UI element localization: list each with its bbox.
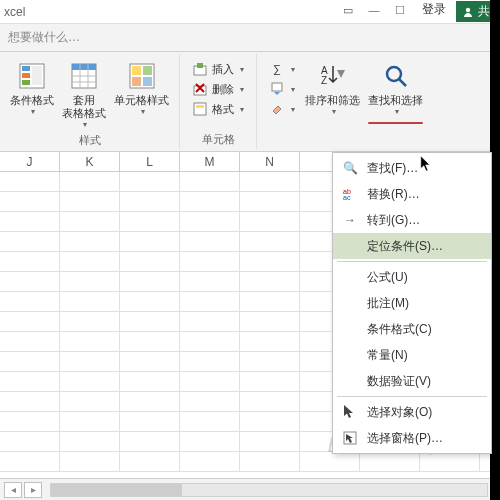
grid-cell[interactable]	[120, 312, 180, 331]
grid-cell[interactable]	[60, 412, 120, 431]
menu-replace[interactable]: abac替换(R)…	[333, 181, 491, 207]
grid-cell[interactable]	[240, 232, 300, 251]
grid-cell[interactable]	[300, 452, 360, 471]
grid-cell[interactable]	[240, 432, 300, 451]
grid-cell[interactable]	[240, 252, 300, 271]
grid-cell[interactable]	[180, 432, 240, 451]
menu-goto[interactable]: →转到(G)…	[333, 207, 491, 233]
grid-cell[interactable]	[0, 272, 60, 291]
col-header[interactable]: K	[60, 152, 120, 171]
grid-cell[interactable]	[120, 272, 180, 291]
grid-cell[interactable]	[0, 392, 60, 411]
grid-cell[interactable]	[120, 292, 180, 311]
sheet-prev-button[interactable]: ◂	[4, 482, 22, 498]
grid-cell[interactable]	[180, 292, 240, 311]
grid-cell[interactable]	[180, 392, 240, 411]
grid-cell[interactable]	[0, 192, 60, 211]
format-button[interactable]: 格式▾	[188, 100, 248, 118]
grid-cell[interactable]	[60, 372, 120, 391]
grid-cell[interactable]	[0, 252, 60, 271]
menu-constants[interactable]: 常量(N)	[333, 342, 491, 368]
grid-cell[interactable]	[240, 352, 300, 371]
grid-cell[interactable]	[60, 352, 120, 371]
grid-cell[interactable]	[0, 452, 60, 471]
grid-cell[interactable]	[60, 232, 120, 251]
tell-me-bar[interactable]: 想要做什么…	[0, 24, 500, 52]
grid-cell[interactable]	[0, 412, 60, 431]
delete-button[interactable]: 删除▾	[188, 80, 248, 98]
ribbon-options-icon[interactable]: ▭	[336, 1, 360, 19]
grid-cell[interactable]	[60, 312, 120, 331]
grid-cell[interactable]	[60, 272, 120, 291]
grid-cell[interactable]	[60, 252, 120, 271]
grid-cell[interactable]	[120, 252, 180, 271]
fill-button[interactable]: ▾	[265, 80, 299, 98]
grid-cell[interactable]	[120, 432, 180, 451]
horizontal-scrollbar[interactable]	[50, 483, 488, 497]
grid-cell[interactable]	[120, 332, 180, 351]
grid-cell[interactable]	[120, 412, 180, 431]
grid-cell[interactable]	[60, 452, 120, 471]
grid-cell[interactable]	[0, 292, 60, 311]
insert-button[interactable]: 插入▾	[188, 60, 248, 78]
menu-find[interactable]: 🔍查找(F)…	[333, 155, 491, 181]
scrollbar-thumb[interactable]	[51, 484, 182, 496]
grid-cell[interactable]	[180, 372, 240, 391]
grid-cell[interactable]	[120, 392, 180, 411]
grid-cell[interactable]	[240, 212, 300, 231]
grid-cell[interactable]	[0, 352, 60, 371]
grid-cell[interactable]	[240, 372, 300, 391]
menu-selection-pane[interactable]: 选择窗格(P)…	[333, 425, 491, 451]
grid-cell[interactable]	[240, 452, 300, 471]
grid-cell[interactable]	[120, 352, 180, 371]
autosum-button[interactable]: ∑▾	[265, 60, 299, 78]
grid-cell[interactable]	[180, 192, 240, 211]
grid-cell[interactable]	[360, 452, 420, 471]
grid-cell[interactable]	[180, 452, 240, 471]
col-header[interactable]: J	[0, 152, 60, 171]
grid-cell[interactable]	[180, 412, 240, 431]
col-header[interactable]: M	[180, 152, 240, 171]
grid-cell[interactable]	[420, 452, 480, 471]
grid-cell[interactable]	[180, 312, 240, 331]
menu-goto-special[interactable]: 定位条件(S)…	[333, 233, 491, 259]
col-header[interactable]: N	[240, 152, 300, 171]
maximize-icon[interactable]: ☐	[388, 1, 412, 19]
sort-filter-button[interactable]: AZ 排序和筛选 ▾	[301, 58, 364, 118]
menu-formulas[interactable]: 公式(U)	[333, 264, 491, 290]
sheet-next-button[interactable]: ▸	[24, 482, 42, 498]
grid-cell[interactable]	[120, 452, 180, 471]
grid-cell[interactable]	[180, 172, 240, 191]
cell-styles-button[interactable]: 单元格样式 ▾	[110, 58, 173, 118]
grid-cell[interactable]	[0, 212, 60, 231]
minimize-icon[interactable]: ―	[362, 1, 386, 19]
grid-cell[interactable]	[240, 172, 300, 191]
menu-data-validation[interactable]: 数据验证(V)	[333, 368, 491, 394]
menu-select-objects[interactable]: 选择对象(O)	[333, 399, 491, 425]
grid-cell[interactable]	[180, 272, 240, 291]
conditional-formatting-button[interactable]: 条件格式 ▾	[6, 58, 58, 118]
grid-cell[interactable]	[180, 332, 240, 351]
grid-cell[interactable]	[240, 312, 300, 331]
grid-cell[interactable]	[240, 332, 300, 351]
grid-cell[interactable]	[180, 212, 240, 231]
login-button[interactable]: 登录	[414, 1, 454, 22]
grid-cell[interactable]	[0, 372, 60, 391]
grid-cell[interactable]	[180, 352, 240, 371]
grid-cell[interactable]	[60, 212, 120, 231]
grid-cell[interactable]	[60, 432, 120, 451]
find-select-button[interactable]: 查找和选择 ▾	[364, 58, 427, 118]
grid-cell[interactable]	[60, 332, 120, 351]
grid-cell[interactable]	[240, 192, 300, 211]
grid-cell[interactable]	[60, 172, 120, 191]
grid-cell[interactable]	[60, 192, 120, 211]
grid-cell[interactable]	[180, 232, 240, 251]
grid-cell[interactable]	[120, 232, 180, 251]
grid-cell[interactable]	[60, 292, 120, 311]
grid-cell[interactable]	[0, 432, 60, 451]
grid-cell[interactable]	[240, 292, 300, 311]
clear-button[interactable]: ▾	[265, 100, 299, 118]
format-as-table-button[interactable]: 套用 表格格式 ▾	[58, 58, 110, 131]
grid-cell[interactable]	[240, 412, 300, 431]
grid-cell[interactable]	[0, 172, 60, 191]
